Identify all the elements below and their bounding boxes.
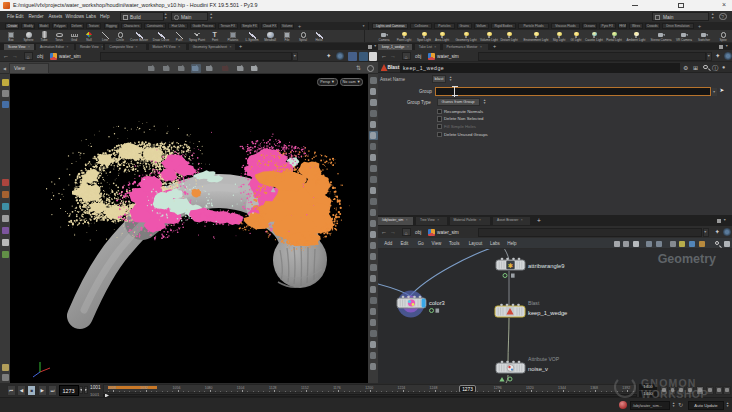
svg-text:Geometry: Geometry <box>658 252 716 266</box>
svg-text:color3: color3 <box>429 300 445 306</box>
svg-text:attribwrangle9: attribwrangle9 <box>528 263 564 269</box>
svg-text:keep_1_wedge: keep_1_wedge <box>528 310 567 316</box>
svg-text:noise_v: noise_v <box>528 366 548 372</box>
svg-text:✱: ✱ <box>508 262 513 269</box>
svg-text:Attribute VOP: Attribute VOP <box>528 356 560 362</box>
svg-text:Blast: Blast <box>528 300 540 306</box>
